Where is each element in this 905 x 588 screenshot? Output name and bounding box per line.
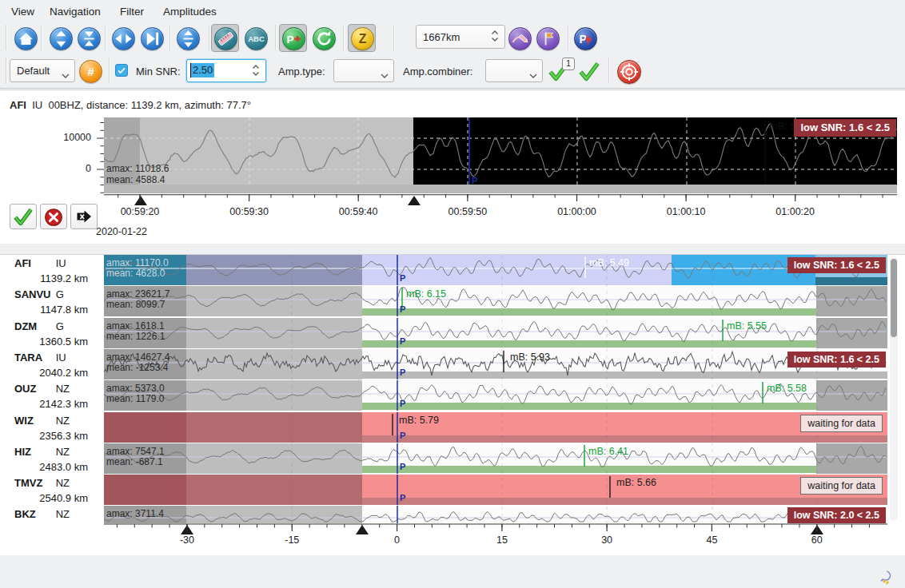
- distance-spinbox[interactable]: 1667km: [416, 25, 505, 49]
- row-region: [186, 255, 362, 285]
- header-detail: IU 00BHZ, distance: 1139.2 km, azimuth: …: [26, 99, 251, 111]
- svg-text:Z: Z: [359, 32, 367, 46]
- station-distance: 1360.5 km: [14, 336, 88, 348]
- network-code: NZ: [56, 477, 70, 489]
- station-name: WIZ: [14, 415, 53, 427]
- min-snr-value: 2.50: [190, 63, 214, 77]
- trace-row-TMVZ[interactable]: [104, 475, 887, 505]
- row-region: [104, 412, 186, 443]
- profile-combo[interactable]: Default: [10, 59, 75, 82]
- min-snr-checkbox[interactable]: [115, 64, 128, 77]
- fit-vertical-icon[interactable]: [78, 27, 101, 50]
- station-distance: 2356.3 km: [14, 430, 88, 442]
- trace-row-BKZ[interactable]: [104, 506, 887, 523]
- trace-row-DZM[interactable]: [104, 318, 887, 348]
- go-to-end-icon[interactable]: [141, 27, 164, 50]
- amp-combiner-label: Amp.combiner:: [403, 66, 472, 77]
- draw-pick-icon[interactable]: [508, 27, 532, 50]
- station-item-OUZ[interactable]: OUZ NZ: [14, 383, 70, 395]
- relative-time-tick-label: 0: [373, 534, 421, 546]
- station-distance: 2040.2 km: [14, 367, 88, 379]
- zoom-mean-label: mean: 4588.4: [106, 175, 165, 185]
- row-region: [104, 286, 186, 316]
- reject-button[interactable]: [40, 204, 67, 229]
- station-distance: 2142.3 km: [14, 398, 88, 410]
- spinner-arrows-icon[interactable]: [491, 29, 499, 46]
- trace-row-SANVU[interactable]: [104, 286, 887, 316]
- station-name: DZM: [14, 320, 53, 332]
- scrollbar-thumb[interactable]: [891, 259, 897, 337]
- station-item-TMVZ[interactable]: TMVZ NZ: [14, 477, 70, 489]
- trace-row-AFI[interactable]: [104, 255, 887, 285]
- filter-number-icon[interactable]: #: [79, 60, 102, 83]
- measure-ruler-button[interactable]: [211, 24, 239, 52]
- component-z-button[interactable]: Z: [348, 24, 376, 52]
- station-item-TARA[interactable]: TARA IU: [14, 352, 66, 364]
- menu-bar: View Navigation Filter Amplitudes: [0, 0, 905, 23]
- station-item-HIZ[interactable]: HIZ NZ: [14, 446, 70, 458]
- zoom-vertical-icon[interactable]: [50, 27, 73, 50]
- amp-combiner-combo[interactable]: [485, 59, 543, 82]
- trace-row-HIZ[interactable]: [104, 443, 887, 474]
- station-item-DZM[interactable]: DZM G: [14, 320, 64, 332]
- relative-time-tick-label: -15: [268, 534, 316, 546]
- menu-view[interactable]: View: [6, 3, 39, 20]
- chevron-down-icon: [529, 69, 537, 81]
- relative-time-tick-label: 15: [478, 534, 526, 546]
- relative-time-tick-label: 30: [583, 534, 631, 546]
- pick-p-icon: P: [282, 27, 305, 50]
- network-code: NZ: [56, 446, 70, 458]
- target-icon[interactable]: [617, 60, 641, 84]
- row-region: [816, 286, 887, 316]
- y-axis-tick-10000: 10000: [48, 132, 91, 143]
- trace-rows-area: [104, 255, 887, 523]
- overview-icon[interactable]: [14, 27, 38, 50]
- pick-p-button[interactable]: P: [279, 24, 307, 52]
- station-labels-icon[interactable]: ABC: [245, 27, 268, 50]
- trace-row-WIZ[interactable]: [104, 412, 887, 443]
- station-item-BKZ[interactable]: BKZ NZ: [14, 508, 70, 520]
- apply-one-button[interactable]: 1: [547, 61, 572, 83]
- measure-ruler-icon: [214, 27, 237, 50]
- svg-text:#: #: [87, 66, 94, 78]
- network-code: NZ: [56, 383, 70, 395]
- row-region: [362, 506, 887, 523]
- amplitude-picker-window: View Navigation Filter Amplitudes ABC P …: [0, 0, 905, 588]
- chevron-down-icon: [62, 69, 70, 81]
- station-name: SANVU: [14, 288, 53, 300]
- row-region: [104, 349, 186, 379]
- min-snr-spinbox[interactable]: 2.50: [186, 59, 266, 82]
- confirm-button[interactable]: [10, 204, 37, 229]
- row-region: [672, 255, 815, 285]
- reset-amplitude-zoom-icon[interactable]: [177, 27, 200, 50]
- p-waveform-icon[interactable]: P: [574, 27, 597, 50]
- time-tick-label: 01:00:00: [545, 206, 609, 217]
- row-region: [362, 371, 887, 379]
- station-item-SANVU[interactable]: SANVU G: [14, 288, 64, 300]
- apply-all-button[interactable]: [577, 61, 603, 83]
- station-item-AFI[interactable]: AFI IU: [14, 257, 66, 269]
- row-region: [104, 475, 186, 505]
- amp-type-combo[interactable]: [333, 59, 394, 82]
- station-name: OUZ: [14, 383, 53, 395]
- relative-time-tick-label: 60: [793, 534, 841, 546]
- chevron-down-icon: [381, 69, 389, 81]
- station-name: AFI: [14, 257, 53, 269]
- menu-navigation[interactable]: Navigation: [45, 3, 106, 20]
- zoom-amax-label: amax: 11018.6: [106, 164, 169, 174]
- row-region: [104, 506, 186, 523]
- row-region: [186, 412, 362, 443]
- flag-pick-icon[interactable]: [536, 27, 560, 50]
- zoom-horizontal-icon[interactable]: [112, 27, 135, 50]
- svg-text:P: P: [286, 34, 293, 46]
- spinner-arrows-icon[interactable]: [252, 63, 260, 80]
- skip-trace-button[interactable]: [70, 204, 98, 229]
- recompute-icon[interactable]: [313, 27, 336, 50]
- trace-row-TARA[interactable]: [104, 349, 887, 379]
- trace-row-OUZ[interactable]: [104, 380, 887, 411]
- time-tick-label: 00:59:30: [217, 206, 281, 217]
- menu-amplitudes[interactable]: Amplitudes: [158, 3, 221, 20]
- station-name: TMVZ: [14, 477, 53, 489]
- station-item-WIZ[interactable]: WIZ NZ: [14, 415, 70, 427]
- menu-filter[interactable]: Filter: [115, 3, 149, 20]
